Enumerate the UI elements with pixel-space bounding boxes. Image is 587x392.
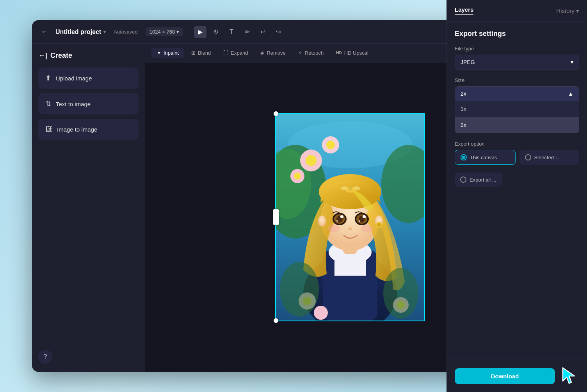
expand-tab[interactable]: ⛶ Expand — [218, 48, 253, 58]
resize-handle-bottomleft[interactable] — [274, 318, 278, 323]
size-option-2x[interactable]: 2x — [455, 117, 555, 133]
toolbar-tools: ▶ ↻ T ✏ ↩ ↪ — [194, 26, 285, 38]
blend-icon: ⊞ — [191, 50, 196, 56]
svg-point-7 — [326, 141, 335, 149]
svg-rect-14 — [334, 252, 366, 276]
selected-option-radio[interactable]: Selected I... — [519, 150, 555, 165]
svg-point-5 — [306, 155, 317, 166]
svg-point-27 — [336, 220, 338, 222]
svg-point-28 — [359, 220, 360, 222]
upload-image-icon: ⬆ — [45, 74, 51, 82]
size-field: Size 2x ▲ 1x 2x — [455, 77, 555, 133]
download-button[interactable]: Download — [455, 368, 555, 372]
sidebar: ←| Create ⬆ Upload image ⇅ Text to image… — [32, 44, 145, 372]
text-tool-button[interactable]: T — [225, 26, 238, 38]
svg-point-39 — [314, 306, 328, 320]
back-button[interactable]: ← — [38, 26, 51, 38]
blend-tab[interactable]: ⊞ Blend — [186, 48, 216, 58]
resize-handle-midleft[interactable] — [273, 209, 279, 225]
svg-point-9 — [294, 173, 301, 180]
expand-icon: ⛶ — [223, 50, 228, 56]
sidebar-header: ←| Create — [38, 52, 139, 60]
file-type-field: File type JPEG ▾ — [455, 46, 555, 69]
resize-handle-topleft[interactable] — [274, 111, 278, 116]
upload-image-label: Upload image — [56, 75, 92, 82]
size-label: Size — [455, 77, 555, 83]
upscal-icon: HD — [336, 51, 342, 55]
app-window: ← Untitled project ▾ Autosaved 1024 × 76… — [32, 20, 555, 372]
upscal-tab[interactable]: HD HD Upscal — [331, 48, 374, 58]
download-row: Download — [447, 360, 555, 372]
svg-point-32 — [318, 216, 326, 226]
image-container — [276, 114, 424, 321]
selected-radio-circle — [525, 154, 531, 160]
export-option-label: Export option — [455, 141, 555, 147]
image-to-image-icon: 🖼 — [45, 125, 52, 134]
main-content: ←| Create ⬆ Upload image ⇅ Text to image… — [32, 44, 555, 372]
remove-icon: ◈ — [260, 50, 264, 56]
svg-point-36 — [349, 187, 352, 191]
inpaint-tab[interactable]: ✦ Inpaint — [151, 48, 184, 58]
sidebar-item-upload-image[interactable]: ⬆ Upload image — [38, 68, 139, 89]
pen-tool-button[interactable]: ✏ — [241, 26, 253, 38]
export-all-button[interactable]: Export all ... — [455, 173, 502, 187]
svg-point-29 — [348, 227, 352, 230]
svg-point-43 — [383, 268, 418, 319]
text-to-image-icon: ⇅ — [45, 100, 51, 108]
remove-tab[interactable]: ◈ Remove — [255, 48, 291, 58]
project-name-area[interactable]: Untitled project ▾ — [55, 29, 106, 36]
project-dropdown-icon: ▾ — [103, 29, 106, 35]
retouch-icon: ✧ — [298, 50, 302, 56]
canvas-image — [276, 114, 424, 321]
export-all-radio — [460, 176, 466, 183]
export-settings-body: Export settings File type JPEG ▾ Size 2x — [447, 44, 555, 360]
redo-button[interactable]: ↪ — [272, 26, 285, 38]
svg-point-35 — [377, 223, 381, 227]
this-canvas-radio — [461, 154, 467, 160]
size-option-1x[interactable]: 1x — [455, 101, 555, 117]
export-options-row: This canvas Selected I... — [455, 150, 555, 165]
this-canvas-option[interactable]: This canvas — [455, 150, 516, 165]
svg-point-31 — [361, 225, 374, 232]
export-option-field: Export option This canvas Selected I... — [455, 141, 555, 165]
text-to-image-label: Text to image — [56, 101, 91, 107]
project-title: Untitled project — [55, 29, 101, 36]
file-type-label: File type — [455, 46, 555, 52]
sidebar-item-image-to-image[interactable]: 🖼 Image to image — [38, 119, 139, 140]
help-button[interactable]: ? — [38, 350, 52, 364]
inpaint-icon: ✦ — [157, 50, 161, 56]
canvas-size-chevron: ▾ — [176, 29, 179, 35]
file-type-select[interactable]: JPEG ▾ — [455, 55, 555, 69]
canvas-size-selector[interactable]: 1024 × 768 ▾ — [146, 27, 183, 36]
undo-button[interactable]: ↩ — [256, 26, 269, 38]
sidebar-back-icon: ←| — [38, 52, 47, 60]
image-to-image-label: Image to image — [57, 126, 97, 133]
sidebar-title: Create — [50, 52, 72, 60]
rotate-tool-button[interactable]: ↻ — [210, 26, 222, 38]
svg-point-42 — [280, 262, 319, 317]
size-dropdown: 2x ▲ 1x 2x — [455, 86, 555, 133]
size-selected-row[interactable]: 2x ▲ — [455, 87, 555, 101]
autosaved-status: Autosaved — [114, 29, 137, 35]
svg-point-30 — [327, 225, 340, 232]
select-tool-button[interactable]: ▶ — [194, 26, 206, 38]
sidebar-item-text-to-image[interactable]: ⇅ Text to image — [38, 93, 139, 114]
svg-point-26 — [363, 215, 366, 218]
retouch-tab[interactable]: ✧ Retouch — [293, 48, 329, 58]
export-panel: Layers History ▾ Export settings File ty… — [446, 44, 555, 372]
svg-point-25 — [340, 215, 343, 218]
